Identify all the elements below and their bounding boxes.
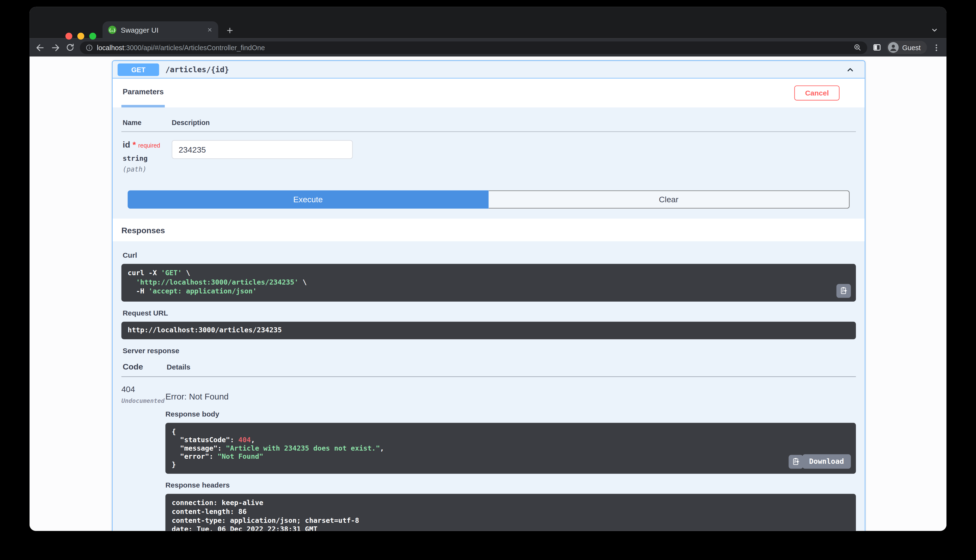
operation-header[interactable]: GET /articles/{id} <box>113 61 865 78</box>
required-label: required <box>138 142 160 149</box>
parameter-type: string <box>123 155 172 163</box>
url-host: localhost <box>97 44 124 51</box>
profile-label: Guest <box>902 44 921 51</box>
response-details-text: Error: Not Found <box>165 392 856 401</box>
side-panel-icon[interactable] <box>872 43 881 52</box>
reload-icon[interactable] <box>65 43 75 52</box>
url-text: localhost:3000/api/#/articles/ArticlesCo… <box>97 44 265 51</box>
parameters-section: Name Description id * required string (p… <box>113 107 865 218</box>
clear-button[interactable]: Clear <box>488 190 849 208</box>
response-body-copy-button[interactable] <box>789 455 803 468</box>
responses-section: Curl curl -X 'GET' \ 'http://localhost:3… <box>113 242 865 531</box>
browser-toolbar: localhost:3000/api/#/articles/ArticlesCo… <box>30 38 946 57</box>
param-id-input[interactable] <box>172 140 353 159</box>
request-url-block: http://localhost:3000/articles/234235 <box>121 321 856 339</box>
parameter-name: id * required <box>123 140 172 150</box>
operation-path: /articles/{id} <box>165 65 229 74</box>
request-url-label: Request URL <box>121 302 856 322</box>
server-response-row: 404 Undocumented Error: Not Found Respon… <box>121 377 856 531</box>
person-icon <box>888 43 898 52</box>
execute-row: Execute Clear <box>121 185 856 218</box>
collapse-chevron-up-icon[interactable] <box>846 65 855 74</box>
method-badge: GET <box>118 63 159 76</box>
response-body-code: { "statusCode": 404, "message": "Article… <box>172 428 850 468</box>
clipboard-copy-icon <box>792 457 800 465</box>
fullscreen-window-button[interactable] <box>89 33 96 40</box>
parameter-description-cell <box>172 140 353 173</box>
url-path: :3000/api/#/articles/ArticlesController_… <box>124 44 265 51</box>
response-body-label: Response body <box>165 410 856 417</box>
parameter-location: (path) <box>123 165 172 173</box>
parameter-meta: id * required string (path) <box>123 140 172 173</box>
tab-title: Swagger UI <box>121 26 202 33</box>
response-headers-block: connection: keep-alivecontent-length: 86… <box>165 493 856 531</box>
curl-label: Curl <box>121 242 856 264</box>
curl-block: curl -X 'GET' \ 'http://localhost:3000/a… <box>121 264 856 302</box>
traffic-lights <box>65 33 96 40</box>
forward-icon[interactable] <box>50 42 60 53</box>
swagger-favicon-icon: {…} <box>108 26 116 34</box>
code-column-header: Code <box>123 362 167 371</box>
response-code-cell: 404 Undocumented <box>121 384 165 531</box>
description-column-header: Description <box>172 119 210 126</box>
browser-tab[interactable]: {…} Swagger UI <box>102 22 218 38</box>
kebab-menu-icon[interactable] <box>932 43 941 52</box>
response-body-block: { "statusCode": 404, "message": "Article… <box>165 423 856 473</box>
minimize-window-button[interactable] <box>77 33 84 40</box>
parameter-row: id * required string (path) <box>121 132 856 185</box>
response-status-code: 404 <box>121 384 165 393</box>
operation-block: GET /articles/{id} Parameters Cancel Nam… <box>112 60 865 531</box>
curl-copy-button[interactable] <box>836 283 851 298</box>
execute-button[interactable]: Execute <box>128 190 488 208</box>
close-window-button[interactable] <box>65 33 72 40</box>
search-zoom-icon[interactable] <box>853 43 861 52</box>
info-icon[interactable] <box>85 44 93 51</box>
tab-parameters[interactable]: Parameters <box>121 78 165 107</box>
response-headers-code: connection: keep-alivecontent-length: 86… <box>172 498 850 531</box>
responses-section-title: Responses <box>113 218 865 241</box>
back-icon[interactable] <box>35 42 45 53</box>
required-star: * <box>132 140 136 150</box>
avatar <box>888 42 899 53</box>
browser-window: {…} Swagger UI <box>30 7 946 531</box>
parameters-table-header: Name Description <box>121 107 856 132</box>
profile-chip[interactable]: Guest <box>886 41 927 54</box>
download-button[interactable]: Download <box>802 454 851 468</box>
clipboard-copy-icon <box>840 287 848 295</box>
server-response-label: Server response <box>121 339 856 360</box>
tab-close-icon[interactable] <box>207 27 213 33</box>
swagger-page: GET /articles/{id} Parameters Cancel Nam… <box>30 57 946 531</box>
response-headers-label: Response headers <box>165 481 856 488</box>
operation-tab-bar: Parameters Cancel <box>113 78 865 107</box>
details-column-header: Details <box>167 363 191 370</box>
cancel-button[interactable]: Cancel <box>794 85 840 100</box>
request-url-value: http://localhost:3000/articles/234235 <box>128 326 850 335</box>
curl-command: curl -X 'GET' \ 'http://localhost:3000/a… <box>128 269 850 296</box>
name-column-header: Name <box>123 119 172 126</box>
tab-list-chevron-down-icon[interactable] <box>931 27 938 34</box>
address-bar[interactable]: localhost:3000/api/#/articles/ArticlesCo… <box>80 41 867 54</box>
screenshot-stage: {…} Swagger UI <box>0 0 976 560</box>
tab-strip: {…} Swagger UI <box>30 7 946 38</box>
undocumented-label: Undocumented <box>121 397 165 404</box>
new-tab-icon[interactable] <box>226 27 234 35</box>
response-details-cell: Error: Not Found Response body { "status… <box>165 384 856 531</box>
server-response-table-header: Code Details <box>121 360 856 377</box>
